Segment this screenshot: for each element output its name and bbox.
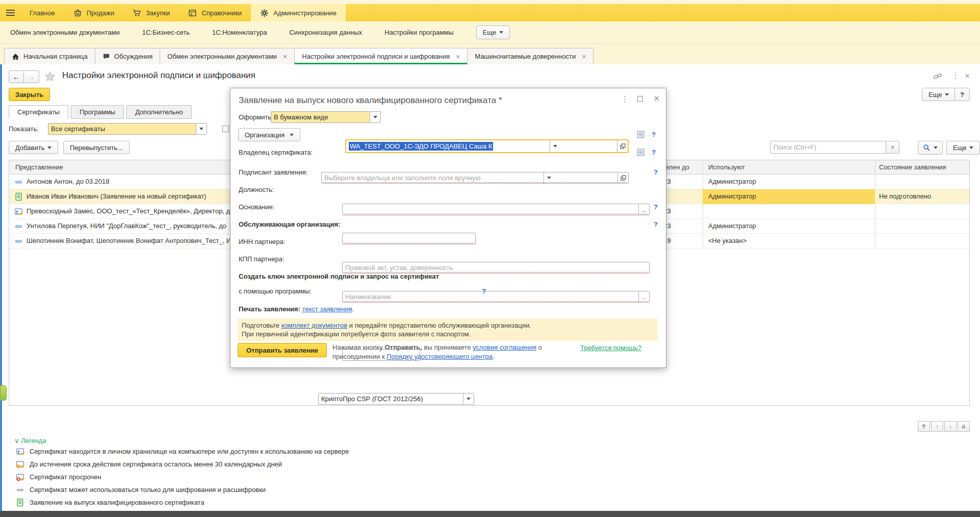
form-more-button[interactable]: Еще [922,88,956,101]
scroll-up-button[interactable]: ↑ [931,421,943,432]
window-tabbar: Начальная страница Обсуждения Обмен элек… [0,44,980,64]
scroll-top-button[interactable]: ⇈ [918,421,930,432]
help-icon[interactable]: ? [654,220,658,228]
forward-button[interactable]: → [24,70,39,83]
help-icon[interactable]: ? [652,149,656,156]
kebab-menu-icon[interactable]: ⋮ [951,71,959,80]
main-menu-button[interactable] [0,4,20,21]
agree-text-bold: Отправить, [384,343,422,351]
documents-kit-link[interactable]: комплект документов [281,322,348,329]
tab-poa[interactable]: Машиночитаемые доверенности × [468,48,594,64]
form-help-button[interactable]: ? [955,88,970,101]
tab-additional[interactable]: Дополнительно [126,105,192,119]
issue-type-select[interactable]: В бумажном виде [271,111,381,123]
form-close-icon[interactable]: × [965,71,970,81]
position-field[interactable] [342,233,476,244]
ellipsis-button[interactable]: ... [638,204,649,215]
tab-close-icon[interactable]: × [283,53,287,61]
menu-item-sales[interactable]: Продажи [64,4,123,21]
submenu-item-nomenclature[interactable]: 1С:Номенклатура [212,29,267,36]
tab-discussions[interactable]: Обсуждения [95,48,161,64]
print-application-link[interactable]: текст заявления [302,305,352,313]
submenu-item-edo[interactable]: Обмен электронными документами [10,29,120,36]
submenu-item-sync[interactable]: Синхронизация данных [289,29,362,36]
help-icon[interactable]: ? [482,287,486,295]
basis-field[interactable]: Правовой акт, устав, доверенность [342,262,650,274]
certificate-filter-select[interactable]: Все сертификаты [48,123,207,135]
agreement-text: Нажимая кнопку Отправить, вы принимаете … [332,343,577,361]
tab-programs[interactable]: Программы [71,105,124,119]
cert-used-by: Администратор [708,178,756,185]
tab-signature-settings[interactable]: Настройки электронной подписи и шифрован… [295,48,468,64]
dialog-maximize-icon[interactable] [637,96,643,102]
column-header-state[interactable]: Состояние заявления [879,163,946,171]
submenu-item-business-net[interactable]: 1С:Бизнес-сеть [142,29,190,36]
column-header-used-by[interactable]: Используют [708,163,745,171]
side-panel-grip[interactable] [0,385,7,401]
tab-close-icon[interactable]: × [582,53,586,61]
tab-home[interactable]: Начальная страница [4,48,95,64]
search-button[interactable] [918,141,943,155]
cert-state: Не подготовлено [879,192,931,200]
dropdown-button[interactable] [544,173,554,183]
menu-item-administration[interactable]: Администрирование [251,4,346,21]
cert-dash-icon [14,237,23,245]
owner-field[interactable]: Выберите владельца или заполните поля вр… [321,172,629,184]
csp-value: КриптоПро CSP (ГОСТ 2012/256) [321,395,423,403]
dropdown-button[interactable] [370,112,380,122]
dropdown-button[interactable] [196,124,207,134]
search-input[interactable] [770,141,886,154]
info-text: Подготовьте [242,322,281,329]
link-icon[interactable] [933,72,942,81]
reissue-button[interactable]: Перевыпустить... [63,141,130,154]
submenu-more-button[interactable]: Еще [476,26,510,39]
legend-text: Сертификат находится в личном хранилище … [30,448,349,455]
scroll-bottom-button[interactable]: ⇊ [958,421,970,432]
add-label: Добавить [15,144,44,152]
column-header-name[interactable]: Представление [15,163,63,171]
organization-field[interactable]: WA_TEST_OOO_1С-ЭДО ПРОДАВЕЦ Саша К [345,139,629,153]
csp-select[interactable]: КриптоПро CSP (ГОСТ 2012/256) [318,393,474,405]
organization-value-selected: WA_TEST_OOO_1С-ЭДО ПРОДАВЕЦ Саша К [349,142,493,151]
service-org-field[interactable]: Наименование ... [342,291,650,303]
need-help-link[interactable]: Требуется помощь? [580,344,641,352]
clear-search-icon[interactable]: × [886,141,899,154]
add-certificate-button[interactable]: Добавить [9,141,58,154]
submit-application-button[interactable]: Отправить заявление [238,343,327,357]
menu-item-purchases[interactable]: Закупки [123,4,179,21]
menu-item-catalogs[interactable]: Справочники [179,4,251,21]
organization-switch-button[interactable]: Организация [238,128,300,141]
legend-title: Легенда [21,437,46,445]
basis-label: Основание: [239,203,274,211]
open-item-button[interactable] [617,140,628,152]
submenu-item-settings[interactable]: Настройки программы [384,29,453,36]
legend-toggle[interactable]: ∨ Легенда [14,437,46,445]
dropdown-button[interactable] [463,393,474,404]
tab-edo[interactable]: Обмен электронными документами × [160,48,295,64]
tab-close-icon[interactable]: × [456,53,460,61]
open-item-button[interactable] [617,173,628,183]
help-icon[interactable]: ? [654,168,658,176]
ca-procedure-link[interactable]: Порядку удостоверяющего центра [386,353,493,360]
agreement-terms-link[interactable]: условия соглашения [473,343,536,351]
cert-used-by: Администратор [708,222,756,230]
filter-checkbox[interactable] [222,126,229,132]
close-form-button[interactable]: Закрыть [9,88,50,101]
list-history-icon[interactable] [636,130,645,139]
favorite-star-icon[interactable] [44,70,56,83]
help-icon[interactable]: ? [652,131,656,138]
dropdown-button[interactable] [550,140,560,152]
back-button[interactable]: ← [9,70,24,83]
ellipsis-label: ... [641,207,646,213]
menu-item-main[interactable]: Главное [20,4,64,21]
help-icon[interactable]: ? [654,203,658,211]
ellipsis-button[interactable]: ... [638,291,649,302]
green-doc-icon [14,192,23,201]
dialog-close-icon[interactable]: × [654,93,659,104]
table-more-button[interactable]: Еще [946,141,980,155]
tab-certificates[interactable]: Сертификаты [9,105,68,119]
dialog-kebab-icon[interactable]: ⋮ [621,94,629,104]
scroll-down-button[interactable]: ↓ [944,421,957,432]
list-history-icon[interactable] [636,148,645,157]
signer-field[interactable]: ... [342,204,650,215]
